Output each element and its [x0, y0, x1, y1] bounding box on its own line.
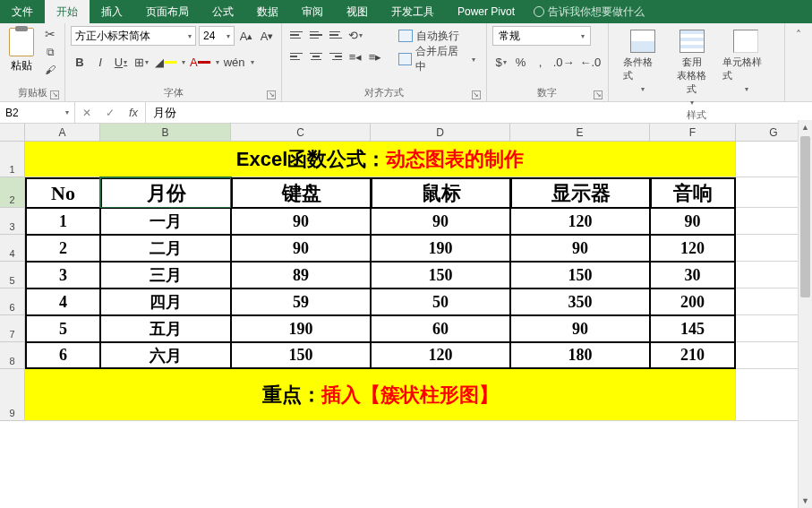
bold-button[interactable]: B [71, 53, 89, 71]
select-all-corner[interactable] [0, 124, 25, 141]
vertical-scrollbar[interactable]: ▲ ▼ [798, 120, 812, 508]
row-header-8[interactable]: 8 [0, 342, 25, 369]
table-cell[interactable]: 350 [510, 288, 650, 315]
align-right-button[interactable] [327, 47, 345, 65]
col-header-B[interactable]: B [100, 124, 231, 141]
format-as-table-button[interactable]: 套用 表格格式▾ [672, 30, 711, 107]
table-cell[interactable]: 150 [510, 262, 650, 288]
increase-indent-button[interactable]: ≡▸ [366, 47, 384, 65]
title-cell[interactable]: Excel函数公式：动态图表的制作 [25, 142, 736, 177]
font-launcher[interactable]: ↘ [267, 90, 276, 99]
row-header-3[interactable]: 3 [0, 208, 25, 235]
table-cell[interactable]: 90 [231, 208, 371, 235]
phonetic-button[interactable]: wén [222, 53, 247, 71]
table-cell[interactable]: 145 [650, 315, 736, 342]
align-bottom-button[interactable] [327, 26, 345, 44]
tab-view[interactable]: 视图 [335, 0, 380, 23]
conditional-format-button[interactable]: 条件格式▾ [623, 30, 662, 107]
decrease-font-button[interactable]: A▾ [258, 27, 276, 45]
table-cell[interactable]: 190 [371, 235, 510, 262]
table-cell[interactable]: 四月 [100, 288, 231, 315]
font-name-select[interactable]: 方正小标宋简体▾ [71, 26, 196, 46]
col-header-E[interactable]: E [510, 124, 650, 141]
table-cell[interactable]: 120 [371, 342, 510, 369]
table-cell[interactable]: 59 [231, 288, 371, 315]
row-header-2[interactable]: 2 [0, 177, 25, 208]
scrollbar-thumb[interactable] [800, 136, 810, 297]
table-cell[interactable]: 90 [510, 315, 650, 342]
paste-button[interactable]: 粘贴 [5, 26, 38, 75]
table-cell[interactable]: 190 [231, 315, 371, 342]
table-cell[interactable]: 5 [25, 315, 100, 342]
table-cell[interactable]: 50 [371, 288, 510, 315]
table-cell[interactable]: 五月 [100, 315, 231, 342]
row-header-1[interactable]: 1 [0, 142, 25, 177]
wrap-text-button[interactable]: 自动换行 [393, 26, 481, 46]
row-header-5[interactable]: 5 [0, 262, 25, 288]
copy-button[interactable]: ⧉ [41, 44, 59, 60]
col-header-C[interactable]: C [231, 124, 371, 141]
font-color-button[interactable]: A [188, 53, 212, 71]
table-cell[interactable]: 六月 [100, 342, 231, 369]
fx-icon[interactable]: fx [122, 106, 145, 119]
italic-button[interactable]: I [91, 53, 109, 71]
align-center-button[interactable] [307, 47, 325, 65]
table-cell[interactable]: 4 [25, 288, 100, 315]
tell-me-search[interactable]: 告诉我你想要做什么 [534, 0, 645, 23]
table-cell[interactable]: 90 [650, 208, 736, 235]
font-size-select[interactable]: 24▾ [199, 26, 235, 46]
table-cell[interactable]: 210 [650, 342, 736, 369]
header-speaker[interactable]: 音响 [650, 177, 736, 208]
comma-style-button[interactable]: , [532, 53, 550, 71]
row-header-7[interactable]: 7 [0, 315, 25, 342]
accounting-format-button[interactable]: $▾ [492, 53, 510, 71]
align-middle-button[interactable] [307, 26, 325, 44]
table-cell[interactable]: 3 [25, 262, 100, 288]
row-header-4[interactable]: 4 [0, 235, 25, 262]
tab-power-pivot[interactable]: Power Pivot [446, 0, 526, 23]
underline-button[interactable]: U▾ [112, 53, 130, 71]
table-cell[interactable]: 30 [650, 262, 736, 288]
name-box[interactable]: B2▾ [0, 102, 75, 123]
align-top-button[interactable] [287, 26, 305, 44]
cancel-formula-button[interactable]: ✕ [75, 107, 98, 119]
table-cell[interactable]: 6 [25, 342, 100, 369]
collapse-ribbon-button[interactable]: ˄ [785, 23, 812, 101]
percent-button[interactable]: % [512, 53, 530, 71]
table-cell[interactable]: 200 [650, 288, 736, 315]
align-launcher[interactable]: ↘ [472, 90, 481, 99]
tab-home[interactable]: 开始 [45, 0, 90, 23]
tab-page-layout[interactable]: 页面布局 [134, 0, 201, 23]
border-button[interactable]: ⊞▾ [132, 53, 150, 71]
increase-decimal-button[interactable]: .0→ [551, 53, 577, 71]
orientation-button[interactable]: ⟲▾ [346, 26, 364, 44]
table-cell[interactable]: 一月 [100, 208, 231, 235]
header-month[interactable]: 月份 [100, 177, 231, 208]
number-format-select[interactable]: 常规▾ [492, 26, 591, 46]
table-cell[interactable]: 90 [231, 235, 371, 262]
table-cell[interactable]: 90 [371, 208, 510, 235]
table-cell[interactable]: 1 [25, 208, 100, 235]
number-launcher[interactable]: ↘ [594, 90, 603, 99]
tab-developer[interactable]: 开发工具 [380, 0, 446, 23]
fill-color-button[interactable]: ◢ [153, 53, 178, 71]
header-no[interactable]: No [25, 177, 100, 208]
table-cell[interactable]: 2 [25, 235, 100, 262]
tab-insert[interactable]: 插入 [90, 0, 134, 23]
table-cell[interactable]: 150 [231, 342, 371, 369]
table-cell[interactable]: 89 [231, 262, 371, 288]
table-cell[interactable]: 90 [510, 235, 650, 262]
cell-styles-button[interactable]: 单元格样式▾ [722, 30, 771, 107]
row-header-6[interactable]: 6 [0, 288, 25, 315]
align-left-button[interactable] [287, 47, 305, 65]
tab-file[interactable]: 文件 [0, 0, 45, 23]
decrease-indent-button[interactable]: ≡◂ [346, 47, 364, 65]
table-cell[interactable]: 150 [371, 262, 510, 288]
row-header-9[interactable]: 9 [0, 369, 25, 421]
tab-review[interactable]: 审阅 [290, 0, 335, 23]
table-cell[interactable]: 120 [510, 208, 650, 235]
cut-button[interactable]: ✂ [41, 26, 59, 42]
header-mouse[interactable]: 鼠标 [371, 177, 510, 208]
header-monitor[interactable]: 显示器 [510, 177, 650, 208]
table-cell[interactable]: 三月 [100, 262, 231, 288]
